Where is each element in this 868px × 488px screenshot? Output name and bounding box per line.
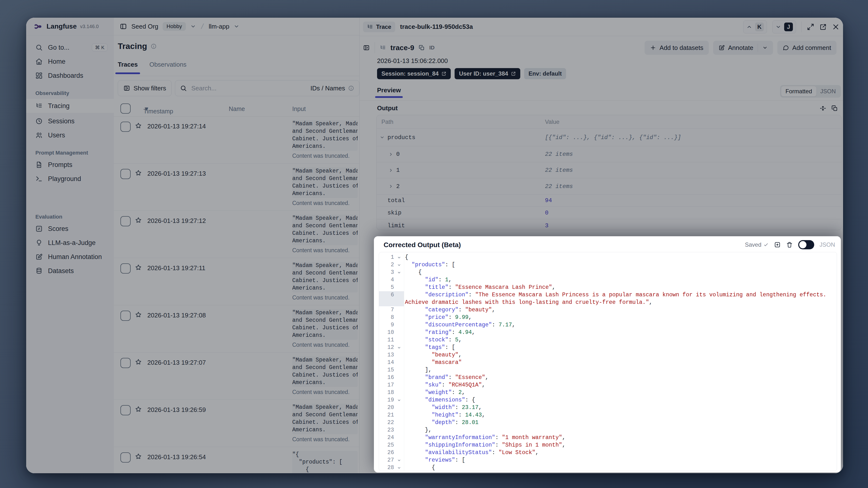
editor-line: 5 "title": "Essence Mascara Lash Prince"…	[379, 284, 837, 291]
editor-line: 9 "discountPercentage": 7.17,	[379, 321, 837, 329]
line-number: 1	[379, 254, 395, 261]
line-number: 18	[379, 389, 395, 396]
chevron-down-icon	[397, 271, 401, 275]
line-number: 8	[379, 314, 395, 321]
editor-line: 3 {	[379, 269, 837, 276]
editor-line: 8 "price": 9.99,	[379, 314, 837, 321]
line-number: 10	[379, 329, 395, 336]
chevron-down-icon	[397, 346, 401, 349]
fold-chevron-icon[interactable]	[395, 256, 403, 260]
line-number: 13	[379, 352, 395, 359]
editor-line: Achieve dramatic lashes with this long-l…	[379, 299, 837, 306]
apply-correction-button[interactable]	[774, 241, 781, 248]
fold-chevron-icon[interactable]	[395, 398, 403, 402]
app-window: Langfuse v3.146.0 Go to...⌘ KHomeDashboa…	[26, 18, 843, 473]
chevron-down-icon	[397, 256, 401, 260]
saved-status: Saved	[745, 241, 769, 248]
line-number: 4	[379, 276, 395, 284]
line-number: 22	[379, 419, 395, 426]
editor-line: 28 {	[379, 464, 837, 471]
toggle-knob	[799, 241, 806, 248]
chevron-down-icon	[397, 458, 401, 462]
json-editor[interactable]: 1{2 "products": [3 {4 "id": 1,5 "title":…	[379, 252, 837, 471]
line-number: 28	[379, 464, 395, 471]
editor-line: 26 "availabilityStatus": "Low Stock",	[379, 449, 837, 457]
line-number: 2	[379, 261, 395, 269]
editor-line: 4 "id": 1,	[379, 276, 837, 284]
fold-chevron-icon[interactable]	[395, 466, 403, 470]
editor-line: 16 "brand": "Essence",	[379, 374, 837, 382]
check-icon	[763, 242, 769, 247]
editor-line: 14 "mascara"	[379, 359, 837, 366]
line-number: 23	[379, 426, 395, 434]
line-number: 11	[379, 336, 395, 344]
editor-line: 23 },	[379, 426, 837, 434]
line-number: 3	[379, 269, 395, 276]
line-number: 19	[379, 396, 395, 404]
editor-line: 2 "products": [	[379, 261, 837, 269]
editor-line: 11 "stock": 5,	[379, 336, 837, 344]
fold-chevron-icon[interactable]	[395, 271, 403, 275]
chevron-down-icon	[397, 466, 401, 470]
delete-correction-button[interactable]	[786, 241, 793, 248]
line-number: 7	[379, 306, 395, 314]
line-number: 15	[379, 366, 395, 374]
editor-line: 15 ],	[379, 366, 837, 374]
editor-line: 19 "dimensions": {	[379, 396, 837, 404]
line-number: 12	[379, 344, 395, 352]
editor-line: 1{	[379, 254, 837, 261]
fold-chevron-icon[interactable]	[395, 458, 403, 462]
corrected-output-panel: Corrected Output (Beta) Saved JSON 1{2 "…	[374, 236, 841, 472]
line-number: 9	[379, 321, 395, 329]
editor-line: 22 "depth": 28.01	[379, 419, 837, 426]
editor-line: 13 "beauty",	[379, 352, 837, 359]
line-number: 16	[379, 374, 395, 382]
corrected-output-title: Corrected Output (Beta)	[383, 241, 461, 249]
line-number: 24	[379, 434, 395, 441]
line-number: 26	[379, 449, 395, 457]
editor-line: 25 "shippingInformation": "Ships in 1 mo…	[379, 441, 837, 449]
editor-line: 18 "weight": 2,	[379, 389, 837, 396]
line-number: 14	[379, 359, 395, 366]
line-number: 17	[379, 382, 395, 389]
fold-chevron-icon[interactable]	[395, 346, 403, 349]
editor-line: 10 "rating": 4.94,	[379, 329, 837, 336]
json-toggle-label: JSON	[819, 241, 835, 248]
editor-line: 27 "reviews": [	[379, 457, 837, 464]
editor-line: 20 "width": 23.17,	[379, 404, 837, 411]
editor-line: 7 "category": "beauty",	[379, 306, 837, 314]
editor-line: 24 "warrantyInformation": "1 month warra…	[379, 434, 837, 441]
chevron-down-icon	[397, 398, 401, 402]
editor-line: 6 "description": "The Essence Mascara La…	[379, 291, 837, 299]
editor-line: 12 "tags": [	[379, 344, 837, 352]
json-toggle[interactable]	[798, 240, 814, 249]
line-number: 27	[379, 457, 395, 464]
editor-line: 17 "sku": "RCH45Q1A",	[379, 382, 837, 389]
chevron-down-icon	[397, 263, 401, 267]
line-number: 21	[379, 411, 395, 419]
line-number: 20	[379, 404, 395, 411]
fold-chevron-icon[interactable]	[395, 263, 403, 267]
line-number: 6	[379, 291, 395, 299]
line-number: 25	[379, 441, 395, 449]
editor-line: 21 "height": 14.43,	[379, 411, 837, 419]
line-number: 5	[379, 284, 395, 291]
